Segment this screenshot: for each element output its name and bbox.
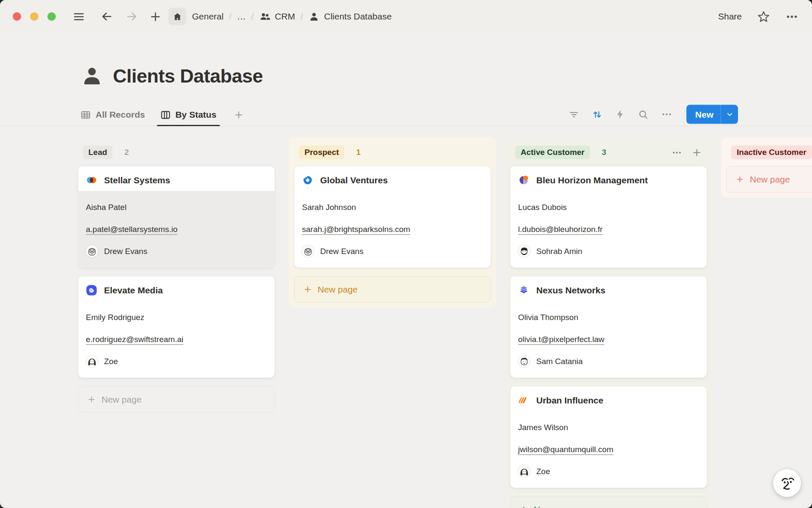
- board-card[interactable]: Elevate MediaEmily Rodrigueze.rodriguez@…: [78, 276, 275, 378]
- column-add-card-icon[interactable]: [691, 147, 702, 158]
- new-page-label: New page: [750, 174, 790, 185]
- card-title-row: Elevate Media: [78, 276, 274, 301]
- email-row: jwilson@quantumquill.com: [518, 445, 699, 454]
- share-button[interactable]: Share: [718, 11, 742, 22]
- contact-name: James Wilson: [518, 423, 699, 432]
- new-page-button[interactable]: New page: [78, 386, 275, 413]
- owner-row: Zoe: [86, 355, 267, 367]
- company-name: Nexus Networks: [536, 285, 605, 295]
- card-title-row: Stellar Systems: [78, 166, 274, 191]
- card-body: Lucas Duboisl.dubois@bleuhorizon.frSohra…: [510, 191, 707, 268]
- ai-assistant-button[interactable]: [773, 469, 801, 497]
- email-link[interactable]: sarah.j@brightsparksolns.com: [302, 225, 410, 234]
- drew-avatar: [86, 245, 98, 257]
- card-body: Aisha Patela.patel@stellarsystems.ioDrew…: [78, 191, 274, 268]
- ai-face-icon: [773, 469, 801, 497]
- titlebar: General / … / CRM / Clients Database Sha…: [0, 0, 812, 33]
- page-person-icon[interactable]: [80, 64, 104, 88]
- sort-icon[interactable]: [592, 109, 603, 120]
- column-count: 3: [602, 148, 606, 157]
- owner-row: Zoe: [518, 465, 699, 478]
- card-body: Sarah Johnsonsarah.j@brightsparksolns.co…: [294, 191, 491, 268]
- close-window-button[interactable]: [13, 12, 21, 21]
- chevron-down-icon: [726, 110, 734, 119]
- board-card[interactable]: Stellar SystemsAisha Patela.patel@stella…: [78, 166, 275, 268]
- home-button[interactable]: [168, 8, 186, 25]
- status-pill-prospect[interactable]: Prospect: [299, 146, 344, 159]
- tab-all-records[interactable]: All Records: [80, 104, 145, 126]
- column-header: Inactive Customer: [726, 142, 812, 166]
- plus-icon: [519, 505, 528, 508]
- board-column-lead: Lead2Stellar SystemsAisha Patela.patel@s…: [73, 137, 280, 418]
- board-card[interactable]: Bleu Horizon ManagementLucas Duboisl.dub…: [510, 166, 707, 268]
- new-record-button[interactable]: New: [686, 105, 738, 124]
- email-row: sarah.j@brightsparksolns.com: [302, 225, 483, 234]
- more-options-icon[interactable]: [785, 10, 798, 23]
- slashes-logo-icon: [518, 395, 529, 406]
- board: Lead2Stellar SystemsAisha Patela.patel@s…: [0, 137, 812, 508]
- email-link[interactable]: jwilson@quantumquill.com: [518, 445, 613, 454]
- plus-icon: [735, 175, 744, 184]
- quarter-circles-logo-icon: [518, 174, 529, 186]
- contact-name: Lucas Dubois: [518, 203, 699, 212]
- company-name: Global Ventures: [320, 175, 388, 185]
- status-pill-lead[interactable]: Lead: [83, 146, 112, 159]
- new-record-dropdown[interactable]: [721, 105, 738, 124]
- status-pill-inactive[interactable]: Inactive Customer: [731, 146, 812, 159]
- zoe-avatar: [518, 465, 530, 478]
- email-link[interactable]: olivia.t@pixelperfect.law: [518, 335, 604, 344]
- favorite-star-icon[interactable]: [757, 10, 770, 23]
- card-body: Olivia Thompsonolivia.t@pixelperfect.law…: [510, 301, 707, 378]
- company-name: Urban Influence: [536, 395, 604, 406]
- email-link[interactable]: l.dubois@bleuhorizon.fr: [518, 225, 603, 234]
- board-card[interactable]: Nexus NetworksOlivia Thompsonolivia.t@pi…: [510, 276, 707, 378]
- board-column-prospect: Prospect1Global VenturesSarah Johnsonsar…: [289, 137, 496, 308]
- forward-icon[interactable]: [126, 10, 138, 23]
- breadcrumb-separator: /: [251, 12, 254, 22]
- tab-by-status[interactable]: By Status: [160, 104, 217, 126]
- page-title[interactable]: Clients Database: [113, 65, 263, 87]
- view-more-icon[interactable]: [661, 109, 672, 120]
- automation-lightning-icon[interactable]: [615, 109, 625, 120]
- breadcrumb-general[interactable]: General: [192, 11, 224, 22]
- board-column-inactive: Inactive CustomerNew page: [721, 137, 812, 198]
- breadcrumb-separator: /: [301, 12, 303, 22]
- board-view-icon: [160, 110, 171, 120]
- card-title-row: Global Ventures: [294, 166, 491, 191]
- owner-name: Sam Catania: [536, 357, 583, 366]
- spiral-logo-icon: [86, 284, 97, 296]
- owner-name: Sohrab Amin: [536, 247, 582, 256]
- owner-name: Drew Evans: [104, 247, 147, 256]
- new-page-button[interactable]: New page: [726, 166, 812, 193]
- zoom-window-button[interactable]: [47, 12, 56, 21]
- contact-name: Olivia Thompson: [518, 313, 699, 322]
- contact-name: Emily Rodriguez: [86, 313, 267, 322]
- breadcrumb-crm[interactable]: CRM: [259, 11, 295, 22]
- breadcrumb-ellipsis[interactable]: …: [237, 11, 246, 22]
- status-pill-active[interactable]: Active Customer: [515, 146, 590, 159]
- email-link[interactable]: e.rodriguez@swiftstream.ai: [86, 335, 183, 344]
- column-header: Prospect1: [294, 142, 491, 166]
- board-card[interactable]: Global VenturesSarah Johnsonsarah.j@brig…: [294, 166, 491, 268]
- sidebar-menu-icon[interactable]: [73, 11, 85, 23]
- search-icon[interactable]: [638, 109, 649, 120]
- card-body: James Wilsonjwilson@quantumquill.comZoe: [510, 411, 707, 488]
- new-page-button[interactable]: New page: [294, 276, 491, 303]
- email-link[interactable]: a.patel@stellarsystems.io: [86, 225, 178, 234]
- company-name: Bleu Horizon Management: [536, 175, 648, 185]
- add-view-icon[interactable]: [233, 110, 244, 120]
- titlebar-actions: Share: [718, 10, 812, 23]
- column-header: Active Customer3: [510, 142, 707, 166]
- new-tab-icon[interactable]: [149, 11, 162, 23]
- board-column-active: Active Customer3Bleu Horizon ManagementL…: [505, 137, 712, 508]
- back-icon[interactable]: [100, 10, 113, 23]
- company-name: Elevate Media: [104, 285, 163, 295]
- breadcrumb-page[interactable]: Clients Database: [308, 11, 392, 22]
- email-row: olivia.t@pixelperfect.law: [518, 335, 699, 344]
- filter-icon[interactable]: [568, 109, 579, 120]
- new-page-button[interactable]: New page: [510, 496, 707, 508]
- board-card[interactable]: Urban InfluenceJames Wilsonjwilson@quant…: [510, 386, 707, 488]
- minimize-window-button[interactable]: [30, 12, 38, 21]
- column-more-icon[interactable]: [672, 147, 682, 158]
- app-window: General / … / CRM / Clients Database Sha…: [0, 0, 812, 508]
